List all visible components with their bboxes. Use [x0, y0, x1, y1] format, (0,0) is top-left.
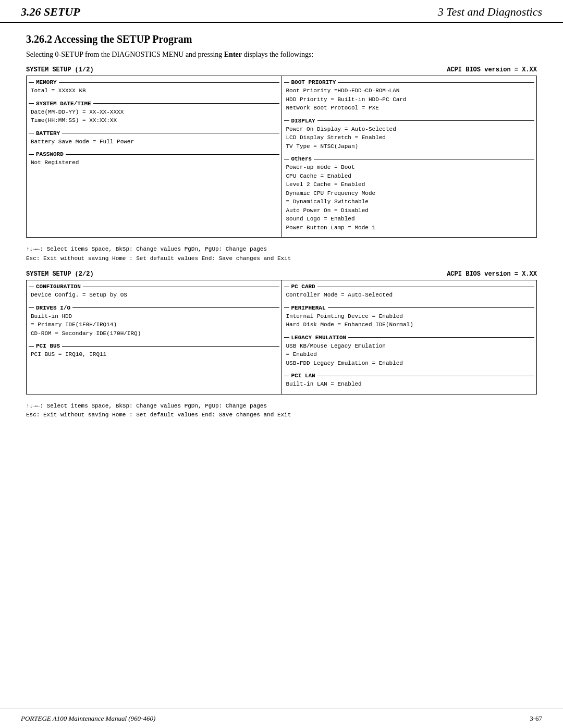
page-header: 3.26 SETUP 3 Test and Diagnostics	[0, 0, 563, 23]
setup2-left-col: CONFIGURATION Device Config. = Setup by …	[27, 280, 282, 394]
page-footer: PORTEGE A100 Maintenance Manual (960-460…	[0, 709, 563, 728]
legacy-emulation-section: LEGACY EMULATION USB KB/Mouse Legacy Emu…	[284, 335, 535, 370]
drives-io-content: Built-in HDD = Primary IDE(1F0H/IRQ14) C…	[29, 311, 279, 340]
setup2-label-left: SYSTEM SETUP (2/2)	[26, 270, 94, 278]
setup2-label-right: ACPI BIOS version = X.XX	[447, 270, 537, 278]
drives-io-section: DRIVES I/O Built-in HDD = Primary IDE(1F…	[29, 305, 279, 340]
display-title: DISPLAY	[284, 118, 535, 124]
pci-bus-section: PCI BUS PCI BUS = IRQ10, IRQ11	[29, 343, 279, 361]
boot-priority-section: BOOT PRIORITY Boot Priority =HDD→FDD→CD-…	[284, 79, 535, 115]
datetime-section: SYSTEM DATE/TIME Date(MM-DD-YY) = XX-XX-…	[29, 101, 279, 127]
configuration-content: Device Config. = Setup by OS	[29, 290, 279, 302]
boot-priority-content: Boot Priority =HDD→FDD→CD-ROM→LAN HDD Pr…	[284, 85, 535, 115]
intro-enter: Enter	[224, 51, 242, 58]
password-section: PASSWORD Not Registered	[29, 151, 279, 169]
drives-io-title: DRIVES I/O	[29, 305, 279, 311]
pci-lan-content: Built-in LAN = Enabled	[284, 379, 535, 391]
memory-title: MEMORY	[29, 79, 279, 85]
section-title: 3.26.2 Accessing the SETUP Program	[26, 33, 537, 45]
memory-content: Total = XXXXX KB	[29, 85, 279, 97]
pci-bus-content: PCI BUS = IRQ10, IRQ11	[29, 349, 279, 361]
setup1-right-col: BOOT PRIORITY Boot Priority =HDD→FDD→CD-…	[282, 76, 537, 237]
main-content: 3.26.2 Accessing the SETUP Program Selec…	[0, 23, 563, 438]
intro-text-start: Selecting 0-SETUP from the DIAGNOSTICS M…	[26, 51, 224, 58]
configuration-title: CONFIGURATION	[29, 283, 279, 290]
setup-box-1: MEMORY Total = XXXXX KB SYSTEM DATE/TIME…	[26, 76, 537, 238]
peripheral-content: Internal Pointing Device = Enabled Hard …	[284, 311, 535, 331]
pc-card-title: PC CARD	[284, 283, 535, 290]
key-hint-1-line1: ↑↓→←: Select items Space, BkSp: Change v…	[26, 245, 537, 254]
intro-text-end: displays the followings:	[242, 51, 313, 58]
others-section: Others Power-up mode = Boot CPU Cache = …	[284, 156, 535, 234]
boot-priority-title: BOOT PRIORITY	[284, 79, 535, 85]
setup1-label-left: SYSTEM SETUP (1/2)	[26, 66, 94, 73]
intro-paragraph: Selecting 0-SETUP from the DIAGNOSTICS M…	[26, 51, 537, 59]
key-hint-1-line2: Esc: Exit without saving Home : Set defa…	[26, 254, 537, 264]
pc-card-content: Controller Mode = Auto-Selected	[284, 290, 535, 302]
battery-content: Battery Save Mode = Full Power	[29, 137, 279, 149]
footer-manual-name: PORTEGE A100 Maintenance Manual (960-460…	[21, 714, 155, 723]
pci-bus-title: PCI BUS	[29, 343, 279, 349]
setup2-right-col: PC CARD Controller Mode = Auto-Selected …	[282, 280, 537, 394]
datetime-content: Date(MM-DD-YY) = XX-XX-XXXX Time(HH:MM:S…	[29, 107, 279, 127]
pc-card-section: PC CARD Controller Mode = Auto-Selected	[284, 283, 535, 302]
key-hint-1: ↑↓→←: Select items Space, BkSp: Change v…	[26, 245, 537, 263]
battery-title: BATTERY	[29, 130, 279, 137]
pci-lan-section: PCI LAN Built-in LAN = Enabled	[284, 373, 535, 391]
password-content: Not Registered	[29, 157, 279, 169]
footer-page-number: 3-67	[530, 714, 542, 723]
display-content: Power On Display = Auto-Selected LCD Dis…	[284, 124, 535, 153]
memory-section: MEMORY Total = XXXXX KB	[29, 79, 279, 97]
pci-lan-title: PCI LAN	[284, 373, 535, 379]
display-section: DISPLAY Power On Display = Auto-Selected…	[284, 118, 535, 153]
password-title: PASSWORD	[29, 151, 279, 157]
peripheral-section: PERIPHERAL Internal Pointing Device = En…	[284, 305, 535, 331]
header-chapter: 3.26 SETUP	[21, 5, 80, 19]
configuration-section: CONFIGURATION Device Config. = Setup by …	[29, 283, 279, 302]
battery-section: BATTERY Battery Save Mode = Full Power	[29, 130, 279, 149]
setup-box-2: CONFIGURATION Device Config. = Setup by …	[26, 280, 537, 394]
setup1-label-row: SYSTEM SETUP (1/2) ACPI BIOS version = X…	[26, 66, 537, 73]
key-hint-2-line1: ↑↓→←: Select items Space, BkSp: Change v…	[26, 402, 537, 411]
datetime-title: SYSTEM DATE/TIME	[29, 101, 279, 107]
peripheral-title: PERIPHERAL	[284, 305, 535, 311]
setup1-left-col: MEMORY Total = XXXXX KB SYSTEM DATE/TIME…	[27, 76, 282, 237]
others-title: Others	[284, 156, 535, 162]
setup2-label-row: SYSTEM SETUP (2/2) ACPI BIOS version = X…	[26, 270, 537, 278]
key-hint-2-line2: Esc: Exit without saving Home : Set defa…	[26, 411, 537, 420]
setup1-label-right: ACPI BIOS version = X.XX	[447, 66, 537, 73]
header-section: 3 Test and Diagnostics	[438, 5, 542, 19]
others-content: Power-up mode = Boot CPU Cache = Enabled…	[284, 162, 535, 234]
legacy-emulation-content: USB KB/Mouse Legacy Emulation = Enabled …	[284, 341, 535, 370]
legacy-emulation-title: LEGACY EMULATION	[284, 335, 535, 341]
key-hint-2: ↑↓→←: Select items Space, BkSp: Change v…	[26, 402, 537, 420]
